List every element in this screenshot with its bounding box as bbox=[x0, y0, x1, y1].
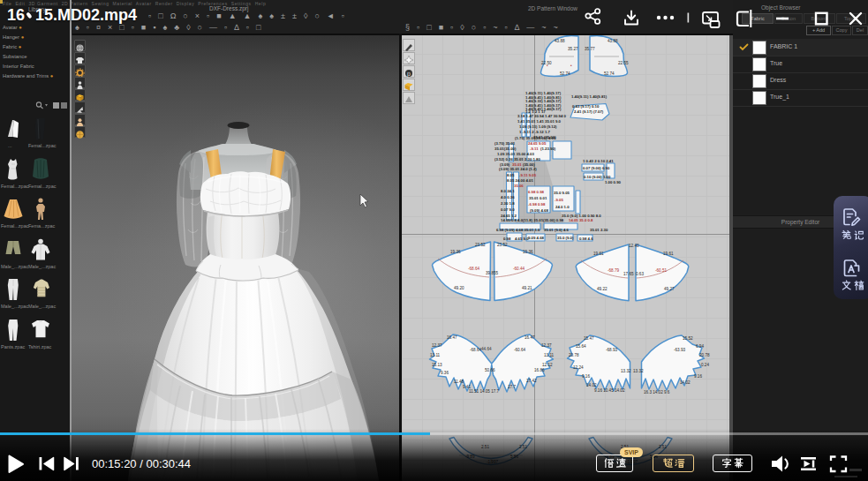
svg-text:-6.98 0.98: -6.98 0.98 bbox=[528, 202, 546, 207]
svg-text:-68.64: -68.64 bbox=[468, 267, 479, 271]
svg-text:20.78: 20.78 bbox=[569, 353, 579, 357]
svg-text:16.47: 16.47 bbox=[525, 335, 535, 340]
svg-text:4.65 9.0: 4.65 9.0 bbox=[515, 237, 529, 241]
svg-text:-68.93: -68.93 bbox=[606, 348, 617, 352]
svg-text:35.01(35.00): 35.01(35.00) bbox=[494, 147, 517, 151]
svg-text:-9.11: -9.11 bbox=[530, 147, 539, 151]
svg-text:8.0 24.1: 8.0 24.1 bbox=[501, 189, 515, 193]
svg-text:50.66: 50.66 bbox=[485, 368, 495, 372]
svg-text:15.52: 15.52 bbox=[683, 336, 693, 341]
svg-text:1.41 35.01 1.41 35.01 9.0: 1.41 35.01 1.41 35.01 9.0 bbox=[517, 119, 562, 124]
svg-text:49.22: 49.22 bbox=[597, 287, 608, 291]
svg-text:49.21: 49.21 bbox=[522, 286, 532, 290]
svg-text:-68.64: -68.64 bbox=[470, 348, 481, 352]
svg-text:35.0 (9.0): 35.0 (9.0) bbox=[557, 236, 574, 240]
svg-text:0.10 (9.00) 1.00: 0.10 (9.00) 1.00 bbox=[584, 175, 611, 179]
svg-text:23.52: 23.52 bbox=[497, 243, 508, 247]
svg-text:24.65 9.05: 24.65 9.05 bbox=[528, 141, 547, 146]
svg-text:-60.64: -60.64 bbox=[514, 348, 525, 352]
svg-text:24.0 1.0: 24.0 1.0 bbox=[555, 205, 570, 209]
svg-text:49.20: 49.20 bbox=[454, 286, 464, 290]
svg-text:6.98 (9.09) 4.68 35.01 1.0: 6.98 (9.09) 4.68 35.01 1.0 bbox=[496, 228, 540, 232]
svg-text:23.52: 23.52 bbox=[475, 243, 486, 247]
svg-text:-9.11 9.05: -9.11 9.05 bbox=[519, 173, 537, 177]
svg-text:(3.70) 35.01: (3.70) 35.01 bbox=[494, 141, 516, 146]
svg-text:-9.05: -9.05 bbox=[555, 198, 563, 202]
svg-text:43.88: 43.88 bbox=[608, 39, 618, 43]
svg-text:35.01 (9.0) 4.6: 35.01 (9.0) 4.6 bbox=[544, 228, 570, 232]
svg-text:-60.44: -60.44 bbox=[513, 267, 525, 271]
svg-text:1 0.43 2 0.10 2.41: 1 0.43 2 0.10 2.41 bbox=[583, 159, 614, 163]
svg-text:11.51 14.05 17.7: 11.51 14.05 17.7 bbox=[469, 389, 500, 394]
svg-text:4.0 0.36: 4.0 0.36 bbox=[501, 195, 515, 199]
svg-text:35.06: 35.06 bbox=[514, 184, 524, 188]
svg-text:1.09 (9.11) 1.09 (9.12): 1.09 (9.11) 1.09 (9.12) bbox=[519, 124, 557, 129]
svg-text:6.98 0.98: 6.98 0.98 bbox=[528, 190, 545, 194]
svg-text:14.02: 14.02 bbox=[680, 380, 691, 385]
svg-text:9.16: 9.16 bbox=[694, 374, 702, 379]
svg-text:44.64: 44.64 bbox=[481, 347, 492, 351]
svg-text:9.16: 9.16 bbox=[582, 374, 590, 379]
svg-text:-63.93: -63.93 bbox=[674, 348, 685, 352]
svg-text:39.855: 39.855 bbox=[486, 271, 498, 275]
svg-text:14.05 35.0 0.8: 14.05 35.0 0.8 bbox=[569, 218, 593, 222]
svg-text:15.13: 15.13 bbox=[432, 363, 442, 367]
svg-text:17.65: 17.65 bbox=[623, 272, 634, 276]
svg-text:1.09 35.01 35.00 4.03: 1.09 35.01 35.00 4.03 bbox=[497, 152, 534, 156]
svg-text:-60.51: -60.51 bbox=[655, 268, 667, 273]
svg-text:52.74: 52.74 bbox=[560, 71, 570, 76]
svg-text:52.74: 52.74 bbox=[604, 71, 615, 76]
svg-text:0.43 (9.17) 0.10: 0.43 (9.17) 0.10 bbox=[572, 104, 600, 109]
svg-text:(3.09) 35.01 24.0 (1.2): (3.09) 35.01 24.0 (1.2) bbox=[499, 167, 537, 171]
svg-text:(9.09) 4.68: (9.09) 4.68 bbox=[530, 208, 548, 213]
svg-text:35.0 9.05: 35.0 9.05 bbox=[554, 191, 570, 195]
svg-text:19.36: 19.36 bbox=[523, 250, 533, 254]
svg-text:17.7: 17.7 bbox=[508, 385, 516, 389]
svg-text:14.05/0.8 4.0(11.8) 35.01(35.0: 14.05/0.8 4.0(11.8) 35.01(35.00) 0.98 bbox=[501, 218, 564, 222]
svg-text:13.32: 13.32 bbox=[633, 369, 644, 373]
svg-text:12.40: 12.40 bbox=[629, 244, 639, 248]
svg-text:(3.52) 0.36 35.01 2.30 1.80: (3.52) 0.36 35.01 2.30 1.80 bbox=[494, 157, 540, 162]
svg-text:19.36: 19.36 bbox=[450, 250, 461, 254]
svg-text:16.3 14.02 9.6: 16.3 14.02 9.6 bbox=[644, 390, 670, 395]
svg-text:35.01 2.30: 35.01 2.30 bbox=[590, 228, 608, 232]
svg-text:35.27: 35.27 bbox=[568, 47, 578, 51]
svg-text:20.78: 20.78 bbox=[699, 353, 710, 357]
svg-text:14.02: 14.02 bbox=[586, 383, 597, 387]
svg-text:1.00 0.90: 1.00 0.90 bbox=[605, 180, 622, 184]
svg-text:8.05: 8.05 bbox=[507, 173, 516, 177]
svg-text:1 -9.11 2 -9.12 1.7: 1 -9.11 2 -9.12 1.7 bbox=[519, 130, 550, 134]
svg-text:0.07 9.0: 0.07 9.0 bbox=[501, 207, 515, 212]
svg-text:p: p bbox=[407, 71, 411, 78]
svg-text:12.37: 12.37 bbox=[541, 343, 552, 348]
svg-text:12.12: 12.12 bbox=[542, 363, 553, 367]
svg-text:49.27: 49.27 bbox=[664, 287, 675, 291]
svg-text:0.98: 0.98 bbox=[503, 237, 512, 241]
svg-text:9.16 10.45 14.02: 9.16 10.45 14.02 bbox=[594, 388, 625, 393]
svg-text:11.48: 11.48 bbox=[454, 380, 464, 384]
svg-text:0.63: 0.63 bbox=[636, 272, 644, 276]
svg-text:13.32: 13.32 bbox=[621, 369, 631, 373]
svg-text:35.77: 35.77 bbox=[585, 47, 595, 51]
svg-text:35.01 (35.00): 35.01 (35.00) bbox=[533, 135, 556, 139]
svg-text:2.30 1.8: 2.30 1.8 bbox=[501, 201, 515, 206]
svg-text:13.11: 13.11 bbox=[430, 353, 441, 357]
svg-text:15.47: 15.47 bbox=[584, 336, 594, 341]
svg-text:0.24: 0.24 bbox=[701, 363, 709, 367]
svg-text:2.41 (9.17) (7.07): 2.41 (9.17) (7.07) bbox=[574, 109, 604, 114]
svg-text:9.09 4.68: 9.09 4.68 bbox=[528, 236, 545, 240]
svg-text:0.98 4.6: 0.98 4.6 bbox=[579, 237, 593, 241]
svg-text:16.86: 16.86 bbox=[534, 368, 545, 372]
svg-text:16.47: 16.47 bbox=[447, 335, 457, 340]
svg-text:12.37: 12.37 bbox=[432, 343, 442, 348]
svg-text:0.07 (9.00) 0.90: 0.07 (9.00) 0.90 bbox=[583, 166, 610, 170]
svg-text:12.24: 12.24 bbox=[573, 365, 584, 370]
svg-text:17.42: 17.42 bbox=[526, 379, 537, 383]
svg-text:(1.23.90): (1.23.90) bbox=[540, 147, 556, 151]
svg-text:9.36: 9.36 bbox=[441, 371, 449, 375]
svg-text:15.64: 15.64 bbox=[576, 344, 586, 349]
svg-text:35.01 0.01: 35.01 0.01 bbox=[529, 196, 547, 200]
svg-text:13.11: 13.11 bbox=[544, 353, 555, 357]
svg-text:8.05 24.00 4.01: 8.05 24.00 4.01 bbox=[507, 178, 533, 183]
svg-text:22.55: 22.55 bbox=[618, 61, 629, 65]
